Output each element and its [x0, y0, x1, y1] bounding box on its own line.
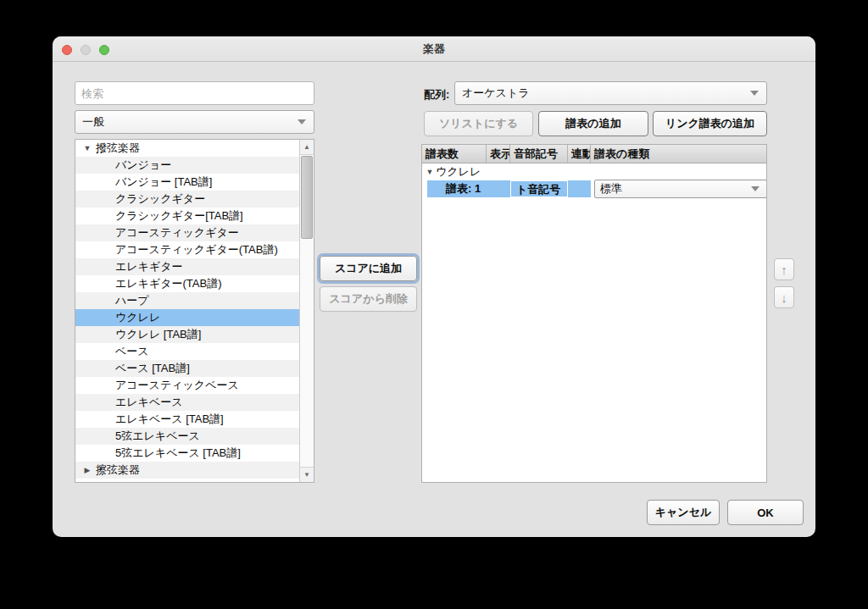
make-soloist-button[interactable]: ソリストにする	[424, 111, 533, 136]
instrument-label: エレキギター	[115, 258, 183, 275]
instrument-label: ベース	[115, 343, 149, 360]
search-input[interactable]	[75, 81, 314, 105]
instrument-label: クラシックギター[TAB譜]	[115, 208, 243, 224]
tree-item-row[interactable]: バンジョー [TAB譜]	[75, 174, 299, 191]
tree-item-row[interactable]: クラシックギター[TAB譜]	[75, 208, 299, 224]
arrangement-dropdown[interactable]: オーケストラ	[454, 81, 767, 105]
instrument-label: エレキベース [TAB譜]	[115, 411, 224, 428]
tree-item-row[interactable]: クラシックギター	[75, 191, 299, 208]
tree-item-row[interactable]: アコースティックベース	[75, 377, 299, 394]
instrument-label: アコースティックギター	[115, 224, 239, 241]
tree-item-row[interactable]: アコースティックギター(TAB譜)	[75, 241, 299, 258]
instrument-label: アコースティックベース	[115, 377, 239, 394]
move-down-button[interactable]: ↓	[774, 286, 794, 308]
tree-item-row[interactable]: ベース [TAB譜]	[75, 360, 299, 377]
expand-triangle-icon[interactable]: ▶	[81, 462, 93, 479]
tree-item-row[interactable]: バンジョー	[75, 157, 299, 174]
chevron-down-icon	[298, 119, 306, 125]
arrangement-dropdown-value: オーケストラ	[462, 86, 530, 101]
instrument-label: ベース [TAB譜]	[115, 360, 190, 377]
instrument-label: アコースティックギター(TAB譜)	[115, 241, 278, 258]
column-header: 連動	[568, 145, 591, 163]
clef-cell[interactable]: ト音記号	[510, 180, 568, 197]
tree-category-row[interactable]: ▼撥弦楽器	[75, 140, 299, 157]
instrument-label: 5弦エレキベース	[115, 428, 200, 445]
instrument-label: ウクレレ	[115, 309, 160, 326]
ok-button[interactable]: OK	[727, 500, 804, 525]
tree-item-row[interactable]: ウクレレ	[75, 309, 299, 326]
column-header: 譜表数	[422, 145, 487, 163]
scroll-up-icon[interactable]: ▲	[300, 140, 314, 155]
tree-item-row[interactable]: アコースティックギター	[75, 224, 299, 241]
genre-dropdown[interactable]: 一般	[75, 110, 314, 134]
tree-item-row[interactable]: ウクレレ [TAB譜]	[75, 326, 299, 343]
instrument-label: エレキギター(TAB譜)	[115, 275, 222, 292]
scrollbar-thumb[interactable]	[301, 156, 313, 239]
chevron-down-icon	[750, 91, 759, 96]
tree-category-row[interactable]: ▶擦弦楽器	[75, 462, 299, 479]
add-linked-staff-button[interactable]: リンク譜表の追加	[653, 111, 767, 136]
genre-dropdown-value: 一般	[82, 114, 104, 130]
list-scrollbar[interactable]: ▲ ▼	[299, 140, 314, 482]
group-row-label: ウクレレ	[436, 163, 481, 180]
instrument-label: ハープ	[115, 292, 149, 309]
instrument-label: エレキベース	[115, 394, 183, 411]
instrument-label: ウクレレ [TAB譜]	[115, 326, 201, 343]
window-title: 楽器	[53, 36, 815, 62]
scroll-down-icon[interactable]: ▼	[300, 467, 314, 482]
remove-from-score-button[interactable]: スコアから削除	[320, 286, 417, 312]
instrument-label: バンジョー [TAB譜]	[115, 174, 212, 191]
instrument-label: バンジョー	[115, 157, 171, 174]
add-staff-button[interactable]: 譜表の追加	[538, 111, 648, 136]
table-staff-row[interactable]: 譜表: 1 ト音記号 標準	[422, 180, 766, 197]
cancel-button[interactable]: キャンセル	[647, 500, 720, 525]
chevron-down-icon	[751, 186, 760, 191]
tree-item-row[interactable]: ベース	[75, 343, 299, 360]
titlebar[interactable]: 楽器	[53, 36, 815, 62]
instrument-label: 5弦エレキベース [TAB譜]	[115, 445, 241, 462]
column-header: 譜表の種類	[591, 145, 767, 163]
table-header-row: 譜表数表示音部記号連動譜表の種類	[422, 145, 766, 163]
arrangement-label: 配列:	[424, 87, 449, 102]
tree-item-row[interactable]: 5弦エレキベース [TAB譜]	[75, 445, 299, 462]
add-to-score-button[interactable]: スコアに追加	[320, 256, 417, 281]
collapse-triangle-icon[interactable]: ▼	[81, 140, 93, 157]
move-up-button[interactable]: ↑	[774, 258, 794, 280]
instrument-list[interactable]: ▼撥弦楽器バンジョーバンジョー [TAB譜]クラシックギタークラシックギター[T…	[75, 139, 314, 483]
arrow-down-icon: ↓	[781, 291, 787, 305]
tree-item-row[interactable]: エレキギター	[75, 258, 299, 275]
instrument-label: 撥弦楽器	[96, 140, 140, 157]
column-header: 音部記号	[510, 145, 568, 163]
tree-item-row[interactable]: 5弦エレキベース	[75, 428, 299, 445]
tree-item-row[interactable]: エレキベース [TAB譜]	[75, 411, 299, 428]
tree-item-row[interactable]: エレキギター(TAB譜)	[75, 275, 299, 292]
staff-table[interactable]: 譜表数表示音部記号連動譜表の種類 ▼ ウクレレ 譜表: 1 ト音記号 標準	[421, 144, 767, 483]
tree-item-row[interactable]: エレキベース	[75, 394, 299, 411]
staff-type-dropdown[interactable]: 標準	[594, 180, 767, 198]
collapse-triangle-icon[interactable]: ▼	[425, 163, 435, 180]
staff-type-value: 標準	[600, 182, 622, 195]
instruments-dialog: 楽器 一般 ▼撥弦楽器バンジョーバンジョー [TAB譜]クラシックギタークラシッ…	[53, 36, 815, 537]
staves-cell: 譜表: 1	[446, 180, 481, 197]
column-header: 表示	[487, 145, 510, 163]
tree-item-row[interactable]: ハープ	[75, 292, 299, 309]
arrow-up-icon: ↑	[781, 263, 787, 277]
instrument-label: 擦弦楽器	[96, 462, 140, 479]
instrument-label: クラシックギター	[115, 191, 205, 208]
table-group-row[interactable]: ▼ ウクレレ	[422, 163, 766, 180]
